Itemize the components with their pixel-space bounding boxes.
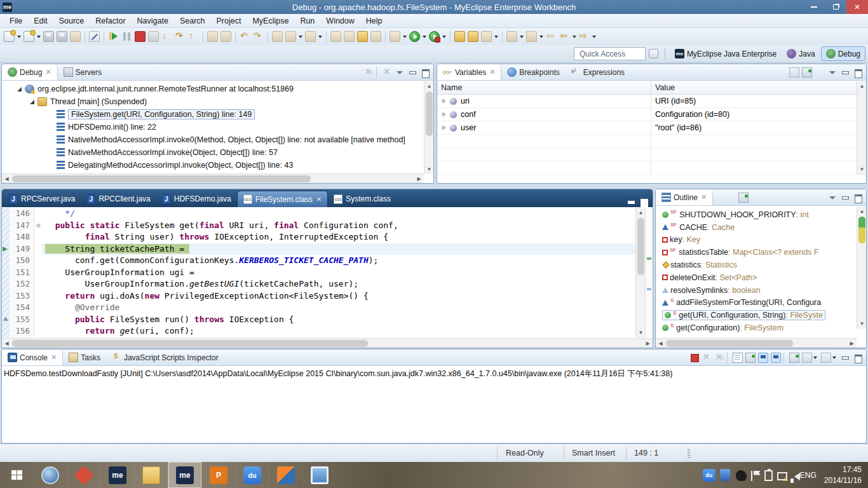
menu-source[interactable]: Source [53, 15, 90, 27]
prev-icon[interactable] [559, 31, 570, 42]
app-vmware[interactable] [269, 462, 302, 488]
expand-twisty-icon[interactable] [442, 112, 446, 117]
ic-collapse-icon[interactable] [751, 193, 761, 203]
open-folder-icon[interactable] [454, 31, 465, 42]
outline-item[interactable]: SFstatisticsTable : Map<Class<? extends … [656, 246, 866, 259]
tray-battery-icon[interactable] [764, 470, 773, 481]
outline-item[interactable]: key : Key [656, 234, 866, 247]
editor-vertical-scrollbar[interactable]: ▲ ▼ [635, 208, 645, 337]
fold-column[interactable] [34, 325, 43, 337]
step-into-icon[interactable] [161, 31, 172, 42]
language-indicator[interactable]: ENG [800, 471, 817, 480]
flat-folder-icon[interactable] [357, 31, 368, 42]
outline-horizontal-scrollbar[interactable]: ◀ ▶ [656, 338, 857, 348]
tab-close-icon[interactable] [489, 68, 495, 76]
gray-xx-icon[interactable] [363, 67, 374, 78]
scroll-left-arrow[interactable]: ◀ [2, 339, 11, 348]
step-filters-icon[interactable] [220, 31, 231, 42]
tray-shield-icon[interactable] [720, 469, 730, 482]
code-line[interactable]: 151 UserGroupInformation ugi = [2, 267, 635, 279]
outline-item[interactable]: SFCACHE : Cache [656, 221, 866, 234]
drag-handle[interactable] [688, 449, 690, 458]
outline-item[interactable]: Sget(URI, Configuration, String) : FileS… [656, 309, 866, 322]
disconnect-icon[interactable] [148, 31, 159, 42]
minimize-icon[interactable] [626, 197, 636, 207]
save-all-icon[interactable] [57, 31, 67, 42]
minimize-icon[interactable] [407, 67, 417, 78]
step-return-icon[interactable] [188, 31, 199, 42]
debug-horizontal-scrollbar[interactable]: ◀ ▶ [2, 173, 424, 183]
view-menu-icon[interactable] [827, 67, 837, 78]
editor-gutter[interactable] [2, 220, 10, 232]
search-folder-icon[interactable] [468, 31, 478, 42]
terminate-icon[interactable] [135, 31, 146, 42]
tab-variables[interactable]: Variables [437, 64, 501, 80]
app-baidu-music[interactable]: du [235, 462, 269, 488]
tab-breakpoints[interactable]: Breakpoints [501, 64, 565, 80]
maximize-icon[interactable] [853, 353, 863, 363]
scroll-up-arrow[interactable]: ▲ [424, 81, 434, 91]
code-line[interactable]: 150 conf.get(CommonConfigurationKeys.KER… [2, 255, 635, 267]
scroll-thumb[interactable] [637, 218, 644, 275]
expand-twisty-icon[interactable] [442, 98, 446, 104]
code-line[interactable]: 156 return get(uri, conf); [2, 325, 635, 337]
variables-vertical-scrollbar[interactable]: ▲ ▼ [857, 81, 866, 174]
refresh-cache-icon[interactable] [370, 31, 381, 42]
editor-gutter[interactable] [2, 208, 10, 220]
menu-myeclipse[interactable]: MyEclipse [247, 15, 294, 27]
editor-gutter[interactable] [2, 255, 10, 267]
editor-gutter[interactable] [2, 302, 10, 314]
code-line[interactable]: 155 public FileSystem run() throws IOExc… [2, 314, 635, 326]
blue-monitor-icon[interactable] [771, 353, 781, 363]
skip-breakpoints-icon[interactable] [89, 31, 100, 42]
gray-xx-icon[interactable] [714, 353, 724, 363]
console-output[interactable]: HDFSDemo.testDownloadFastly [JUnit] C:\U… [2, 366, 866, 443]
next-icon[interactable] [579, 31, 590, 42]
scroll-right-arrow[interactable]: ▶ [847, 339, 857, 348]
scroll-thumb[interactable] [12, 175, 311, 182]
gen-icon[interactable] [802, 353, 812, 363]
editor-tab-system.class[interactable]: System.class [328, 191, 397, 207]
debug-tree-row[interactable]: Thread [main] (Suspended) [2, 95, 433, 108]
sort-az-icon[interactable] [764, 193, 774, 203]
tab-tasks[interactable]: Tasks [63, 349, 106, 365]
editor-gutter[interactable] [2, 325, 10, 337]
outline-item[interactable]: Sget(Configuration) : FileSystem [656, 322, 866, 333]
outline-item[interactable]: statistics : Statistics [656, 259, 866, 271]
scroll-up-arrow[interactable]: ▲ [857, 81, 867, 91]
scroll-left-arrow[interactable]: ◀ [656, 339, 665, 348]
scroll-left-arrow[interactable]: ◀ [2, 174, 11, 184]
scroll-up-arrow[interactable]: ▲ [857, 207, 867, 216]
column-header-value[interactable]: Value [651, 83, 866, 92]
outline-item[interactable]: SaddFileSystemForTesting(URI, Configura [656, 297, 866, 309]
ic-collapse-icon[interactable] [815, 67, 825, 78]
tray-network-icon[interactable] [777, 472, 787, 480]
scroll-thumb[interactable] [858, 217, 865, 243]
restore-button[interactable] [825, 0, 846, 14]
debug-tree-row[interactable]: org.eclipse.jdt.internal.junit.runner.Re… [2, 83, 433, 95]
expand-twisty-icon[interactable] [442, 125, 446, 130]
dropdown-arrow-icon[interactable] [16, 31, 22, 42]
perspective-java[interactable]: Java [782, 47, 819, 60]
dropdown-arrow-icon[interactable] [571, 31, 578, 42]
undo-icon[interactable] [240, 31, 250, 42]
palette-icon[interactable] [330, 31, 341, 42]
code-line[interactable]: 152 UserGroupInformation.getBestUGI(tick… [2, 278, 635, 290]
step-over-icon[interactable] [175, 31, 186, 42]
menu-search[interactable]: Search [174, 15, 211, 27]
scroll-down-arrow[interactable]: ▼ [857, 319, 867, 329]
scroll-down-arrow[interactable]: ▼ [424, 165, 434, 174]
scroll-right-arrow[interactable]: ▶ [414, 174, 424, 184]
dropdown-arrow-icon[interactable] [421, 31, 428, 42]
quick-access-input[interactable]: Quick Access [574, 47, 646, 60]
blue-monitor-icon[interactable] [758, 353, 768, 363]
app-myeclipse-workbench[interactable]: me [168, 462, 201, 488]
app-git[interactable] [67, 462, 100, 488]
scroll-up-arrow[interactable]: ▲ [636, 208, 646, 217]
code-line[interactable]: 147⊖ public static FileSystem get(final … [2, 220, 635, 232]
code-line[interactable]: 153 return ugi.doAs(new PrivilegedExcept… [2, 290, 635, 302]
gen-icon[interactable] [789, 67, 799, 78]
editor-gutter[interactable] [2, 290, 10, 302]
web-browser-icon[interactable] [344, 31, 355, 42]
fold-column[interactable] [34, 302, 43, 314]
